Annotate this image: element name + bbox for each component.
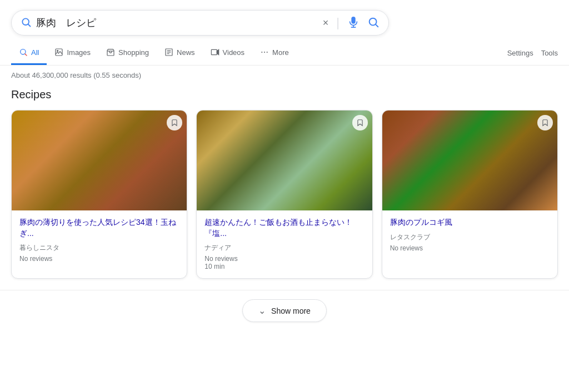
chevron-down-icon: ⌄ <box>258 305 266 316</box>
search-nav: All Images Shopping <box>0 41 569 66</box>
tab-more-label: More <box>272 48 289 57</box>
card-3-source: レタスクラブ <box>390 233 550 242</box>
show-more-label: Show more <box>271 306 311 315</box>
recipes-title: Recipes <box>11 88 558 101</box>
svg-line-5 <box>376 24 378 27</box>
tab-images-label: Images <box>67 48 91 57</box>
card-3-title[interactable]: 豚肉のプルコギ風 <box>390 217 550 228</box>
recipe-card-2: 超速かんたん！ご飯もお酒も止まらない！『塩... ナディア No reviews… <box>196 110 372 279</box>
card-1-body: 豚肉の薄切りを使った人気レシピ34選！玉ねぎ... 暮らしニスタ No revi… <box>12 210 187 270</box>
bookmark-button-2[interactable] <box>352 115 368 130</box>
all-search-icon <box>19 48 28 57</box>
tab-news[interactable]: News <box>157 41 203 65</box>
more-dots-icon <box>260 48 269 57</box>
voice-search-button[interactable] <box>347 16 360 30</box>
recipe-cards-container: 豚肉の薄切りを使った人気レシピ34選！玉ねぎ... 暮らしニスタ No revi… <box>11 110 558 279</box>
svg-point-17 <box>261 52 262 53</box>
divider: | <box>336 16 340 30</box>
videos-icon <box>211 48 219 57</box>
tab-shopping-label: Shopping <box>118 48 149 57</box>
shopping-icon <box>106 48 115 57</box>
card-1-reviews: No reviews <box>19 255 179 263</box>
card-2-reviews: No reviews <box>204 255 364 263</box>
news-icon <box>164 48 173 57</box>
card-3-image <box>382 110 557 210</box>
tools-link[interactable]: Tools <box>541 49 558 57</box>
show-more-button[interactable]: ⌄ Show more <box>242 299 327 322</box>
images-icon <box>54 48 63 57</box>
card-3-image-wrap <box>382 110 557 210</box>
bookmark-button-3[interactable] <box>537 115 553 130</box>
card-2-image-wrap <box>197 110 372 210</box>
tab-news-label: News <box>177 48 195 57</box>
recipe-card-3: 豚肉のプルコギ風 レタスクラブ No reviews <box>382 110 558 279</box>
svg-rect-15 <box>211 49 217 54</box>
card-1-source: 暮らしニスタ <box>19 243 179 253</box>
card-2-body: 超速かんたん！ご飯もお酒も止まらない！『塩... ナディア No reviews… <box>197 210 372 278</box>
results-count: About 46,300,000 results (0.55 seconds) <box>0 66 569 83</box>
recipe-card-1: 豚肉の薄切りを使った人気レシピ34選！玉ねぎ... 暮らしニスタ No revi… <box>11 110 187 279</box>
svg-point-9 <box>57 51 58 52</box>
svg-point-18 <box>264 52 265 53</box>
search-bar: 豚肉 レシピ × | <box>11 10 389 36</box>
card-2-time: 10 min <box>204 263 364 270</box>
svg-point-19 <box>267 52 268 53</box>
svg-line-7 <box>25 54 27 56</box>
settings-link[interactable]: Settings <box>507 49 533 57</box>
card-3-reviews: No reviews <box>390 244 550 252</box>
card-1-image-wrap <box>12 110 187 210</box>
card-2-title[interactable]: 超速かんたん！ご飯もお酒も止まらない！『塩... <box>204 217 364 239</box>
tab-all-label: All <box>31 48 39 57</box>
card-2-source: ナディア <box>204 243 364 253</box>
clear-button[interactable]: × <box>323 17 329 29</box>
tab-all[interactable]: All <box>11 41 47 65</box>
recipes-section: Recipes 豚肉の薄切りを使った人気レシピ34選！玉ねぎ... 暮らしニスタ… <box>0 83 569 290</box>
svg-rect-8 <box>56 49 62 56</box>
card-1-image <box>12 110 187 210</box>
search-submit-button[interactable] <box>367 16 380 30</box>
card-1-title[interactable]: 豚肉の薄切りを使った人気レシピ34選！玉ねぎ... <box>19 217 179 239</box>
search-bar-section: 豚肉 レシピ × | <box>0 0 569 41</box>
card-3-body: 豚肉のプルコギ風 レタスクラブ No reviews <box>382 210 557 260</box>
tab-videos[interactable]: Videos <box>203 41 253 65</box>
search-query-text: 豚肉 レシピ <box>36 16 323 29</box>
tab-videos-label: Videos <box>223 48 245 57</box>
tab-more[interactable]: More <box>252 41 297 65</box>
tab-shopping[interactable]: Shopping <box>98 41 157 65</box>
tab-images[interactable]: Images <box>47 41 98 65</box>
svg-line-1 <box>28 24 31 26</box>
search-actions: × | <box>323 16 380 30</box>
card-2-image <box>197 110 372 210</box>
show-more-section: ⌄ Show more <box>0 290 569 335</box>
nav-settings: Settings Tools <box>507 49 558 57</box>
search-icon-left <box>21 17 32 29</box>
